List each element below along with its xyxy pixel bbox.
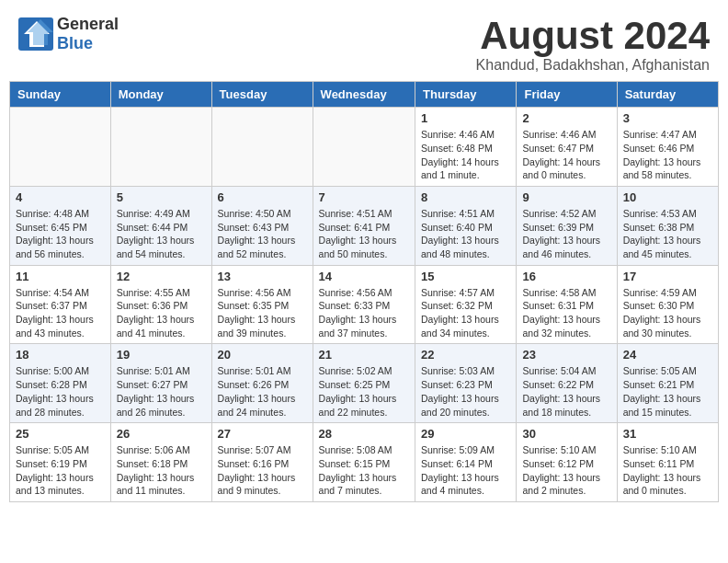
day-info: Sunrise: 4:55 AM Sunset: 6:36 PM Dayligh… xyxy=(117,286,206,340)
day-number: 9 xyxy=(522,190,610,204)
calendar-cell: 29Sunrise: 5:09 AM Sunset: 6:14 PM Dayli… xyxy=(415,423,517,502)
day-info: Sunrise: 5:05 AM Sunset: 6:21 PM Dayligh… xyxy=(623,364,712,419)
calendar-cell: 16Sunrise: 4:58 AM Sunset: 6:31 PM Dayli… xyxy=(517,265,617,344)
day-number: 4 xyxy=(16,190,105,204)
day-number: 25 xyxy=(16,427,105,441)
calendar-cell: 8Sunrise: 4:51 AM Sunset: 6:40 PM Daylig… xyxy=(415,186,517,265)
calendar-week-row: 4Sunrise: 4:48 AM Sunset: 6:45 PM Daylig… xyxy=(10,186,719,265)
calendar-cell: 25Sunrise: 5:05 AM Sunset: 6:19 PM Dayli… xyxy=(10,423,111,502)
day-number: 24 xyxy=(623,348,712,362)
logo: General Blue xyxy=(18,15,119,53)
calendar-cell: 4Sunrise: 4:48 AM Sunset: 6:45 PM Daylig… xyxy=(10,186,111,265)
day-info: Sunrise: 4:56 AM Sunset: 6:35 PM Dayligh… xyxy=(218,286,307,340)
day-number: 30 xyxy=(522,427,610,441)
calendar-cell: 24Sunrise: 5:05 AM Sunset: 6:21 PM Dayli… xyxy=(617,344,718,423)
calendar-cell: 7Sunrise: 4:51 AM Sunset: 6:41 PM Daylig… xyxy=(313,186,415,265)
calendar-cell: 31Sunrise: 5:10 AM Sunset: 6:11 PM Dayli… xyxy=(617,423,718,502)
calendar-cell: 26Sunrise: 5:06 AM Sunset: 6:18 PM Dayli… xyxy=(110,423,211,502)
day-info: Sunrise: 5:00 AM Sunset: 6:28 PM Dayligh… xyxy=(16,364,105,419)
day-number: 3 xyxy=(623,111,712,125)
day-info: Sunrise: 5:07 AM Sunset: 6:16 PM Dayligh… xyxy=(218,443,307,498)
day-info: Sunrise: 4:54 AM Sunset: 6:37 PM Dayligh… xyxy=(16,286,105,340)
weekday-header-row: SundayMondayTuesdayWednesdayThursdayFrid… xyxy=(10,82,719,108)
day-info: Sunrise: 4:59 AM Sunset: 6:30 PM Dayligh… xyxy=(623,286,712,340)
day-info: Sunrise: 5:06 AM Sunset: 6:18 PM Dayligh… xyxy=(117,443,206,498)
day-info: Sunrise: 4:57 AM Sunset: 6:32 PM Dayligh… xyxy=(421,286,510,340)
calendar-week-row: 11Sunrise: 4:54 AM Sunset: 6:37 PM Dayli… xyxy=(10,265,719,344)
calendar-cell: 11Sunrise: 4:54 AM Sunset: 6:37 PM Dayli… xyxy=(10,265,111,344)
day-number: 6 xyxy=(218,190,307,204)
day-info: Sunrise: 5:03 AM Sunset: 6:23 PM Dayligh… xyxy=(421,364,510,419)
day-number: 16 xyxy=(522,270,610,283)
weekday-header: Friday xyxy=(517,82,617,108)
calendar-week-row: 18Sunrise: 5:00 AM Sunset: 6:28 PM Dayli… xyxy=(10,344,719,423)
calendar-cell: 10Sunrise: 4:53 AM Sunset: 6:38 PM Dayli… xyxy=(617,186,718,265)
day-number: 21 xyxy=(319,348,409,362)
logo-blue: Blue xyxy=(57,34,119,53)
day-info: Sunrise: 4:52 AM Sunset: 6:39 PM Dayligh… xyxy=(522,207,610,261)
day-number: 27 xyxy=(218,427,307,441)
day-info: Sunrise: 5:04 AM Sunset: 6:22 PM Dayligh… xyxy=(522,364,610,419)
calendar-title: August 2024 xyxy=(476,15,710,57)
day-info: Sunrise: 4:56 AM Sunset: 6:33 PM Dayligh… xyxy=(319,286,409,340)
calendar-week-row: 25Sunrise: 5:05 AM Sunset: 6:19 PM Dayli… xyxy=(10,423,719,502)
logo-icon xyxy=(18,17,53,51)
title-block: August 2024 Khandud, Badakhshan, Afghani… xyxy=(476,15,710,74)
day-number: 13 xyxy=(218,270,307,283)
calendar-cell xyxy=(313,108,415,187)
calendar-location: Khandud, Badakhshan, Afghanistan xyxy=(476,57,710,74)
calendar-cell: 6Sunrise: 4:50 AM Sunset: 6:43 PM Daylig… xyxy=(211,186,313,265)
calendar-cell: 23Sunrise: 5:04 AM Sunset: 6:22 PM Dayli… xyxy=(517,344,617,423)
day-number: 2 xyxy=(522,111,610,125)
day-info: Sunrise: 4:48 AM Sunset: 6:45 PM Dayligh… xyxy=(16,207,105,261)
calendar-cell: 13Sunrise: 4:56 AM Sunset: 6:35 PM Dayli… xyxy=(211,265,313,344)
day-number: 14 xyxy=(319,270,409,283)
day-number: 10 xyxy=(623,190,712,204)
weekday-header: Monday xyxy=(110,82,211,108)
weekday-header: Wednesday xyxy=(313,82,415,108)
calendar-cell: 21Sunrise: 5:02 AM Sunset: 6:25 PM Dayli… xyxy=(313,344,415,423)
day-number: 15 xyxy=(421,270,510,283)
calendar-cell: 12Sunrise: 4:55 AM Sunset: 6:36 PM Dayli… xyxy=(110,265,211,344)
calendar-cell: 9Sunrise: 4:52 AM Sunset: 6:39 PM Daylig… xyxy=(517,186,617,265)
day-info: Sunrise: 5:08 AM Sunset: 6:15 PM Dayligh… xyxy=(319,443,409,498)
calendar-cell: 28Sunrise: 5:08 AM Sunset: 6:15 PM Dayli… xyxy=(313,423,415,502)
calendar-cell: 3Sunrise: 4:47 AM Sunset: 6:46 PM Daylig… xyxy=(617,108,718,187)
day-number: 28 xyxy=(319,427,409,441)
day-info: Sunrise: 5:01 AM Sunset: 6:27 PM Dayligh… xyxy=(117,364,206,419)
day-number: 26 xyxy=(117,427,206,441)
day-number: 17 xyxy=(623,270,712,283)
logo-general: General xyxy=(57,15,119,34)
day-info: Sunrise: 4:53 AM Sunset: 6:38 PM Dayligh… xyxy=(623,207,712,261)
day-info: Sunrise: 4:58 AM Sunset: 6:31 PM Dayligh… xyxy=(522,286,610,340)
day-number: 11 xyxy=(16,270,105,283)
calendar-cell xyxy=(211,108,313,187)
day-number: 8 xyxy=(421,190,510,204)
weekday-header: Sunday xyxy=(10,82,111,108)
day-info: Sunrise: 4:47 AM Sunset: 6:46 PM Dayligh… xyxy=(623,128,712,182)
day-number: 20 xyxy=(218,348,307,362)
calendar-cell: 1Sunrise: 4:46 AM Sunset: 6:48 PM Daylig… xyxy=(415,108,517,187)
day-info: Sunrise: 4:51 AM Sunset: 6:41 PM Dayligh… xyxy=(319,207,409,261)
calendar-cell: 15Sunrise: 4:57 AM Sunset: 6:32 PM Dayli… xyxy=(415,265,517,344)
calendar-cell: 18Sunrise: 5:00 AM Sunset: 6:28 PM Dayli… xyxy=(10,344,111,423)
logo-text: General Blue xyxy=(57,15,119,53)
day-info: Sunrise: 5:02 AM Sunset: 6:25 PM Dayligh… xyxy=(319,364,409,419)
day-info: Sunrise: 5:09 AM Sunset: 6:14 PM Dayligh… xyxy=(421,443,510,498)
weekday-header: Thursday xyxy=(415,82,517,108)
day-info: Sunrise: 4:46 AM Sunset: 6:47 PM Dayligh… xyxy=(522,128,610,182)
calendar-cell: 19Sunrise: 5:01 AM Sunset: 6:27 PM Dayli… xyxy=(110,344,211,423)
page-header: General Blue August 2024 Khandud, Badakh… xyxy=(0,0,728,81)
day-number: 18 xyxy=(16,348,105,362)
day-info: Sunrise: 5:01 AM Sunset: 6:26 PM Dayligh… xyxy=(218,364,307,419)
day-info: Sunrise: 5:05 AM Sunset: 6:19 PM Dayligh… xyxy=(16,443,105,498)
day-info: Sunrise: 4:49 AM Sunset: 6:44 PM Dayligh… xyxy=(117,207,206,261)
day-number: 5 xyxy=(117,190,206,204)
day-number: 12 xyxy=(117,270,206,283)
calendar-cell: 2Sunrise: 4:46 AM Sunset: 6:47 PM Daylig… xyxy=(517,108,617,187)
day-number: 31 xyxy=(623,427,712,441)
calendar-cell: 30Sunrise: 5:10 AM Sunset: 6:12 PM Dayli… xyxy=(517,423,617,502)
day-info: Sunrise: 5:10 AM Sunset: 6:12 PM Dayligh… xyxy=(522,443,610,498)
calendar-cell: 20Sunrise: 5:01 AM Sunset: 6:26 PM Dayli… xyxy=(211,344,313,423)
day-number: 1 xyxy=(421,111,510,125)
